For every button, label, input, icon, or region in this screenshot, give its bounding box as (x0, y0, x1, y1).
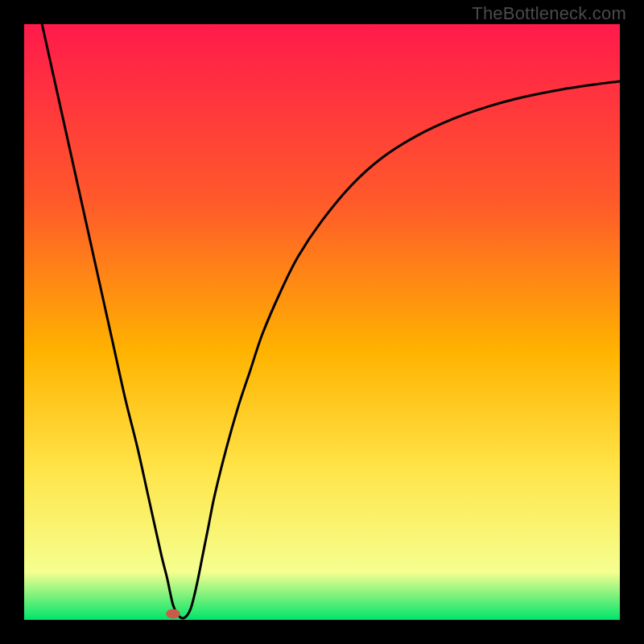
watermark-text: TheBottleneck.com (472, 3, 626, 24)
bottleneck-chart (24, 24, 620, 620)
optimal-point-marker (166, 609, 180, 619)
gradient-background (24, 24, 620, 620)
chart-frame: TheBottleneck.com (0, 0, 644, 644)
